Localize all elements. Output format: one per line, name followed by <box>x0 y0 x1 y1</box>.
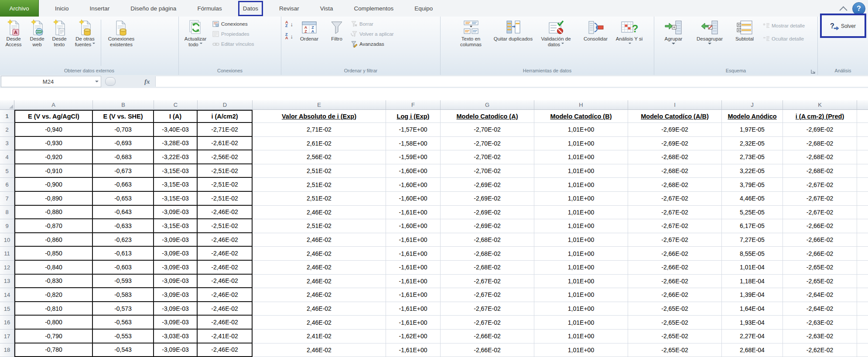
cell-F14[interactable]: -1,61E+00 <box>386 288 441 302</box>
cell-E7[interactable]: 2,51E-02 <box>253 192 386 206</box>
cell-H12[interactable]: 1,01E+00 <box>534 261 628 275</box>
cell-K7[interactable]: -2,67E-02 <box>783 192 857 206</box>
cell-K9[interactable]: -2,66E-02 <box>783 219 857 233</box>
column-header-F[interactable]: F <box>386 100 441 110</box>
column-header-B[interactable]: B <box>93 100 154 110</box>
cell-D11[interactable]: -2,46E-02 <box>198 247 253 261</box>
cell-C6[interactable]: -3,15E-03 <box>154 178 198 192</box>
cell-B17[interactable]: -0,553 <box>93 330 154 343</box>
cell-D14[interactable]: -2,46E-02 <box>198 288 253 302</box>
cell-H14[interactable]: 1,01E+00 <box>534 288 628 302</box>
cell-A8[interactable]: -0,880 <box>14 206 93 220</box>
cell-C13[interactable]: -3,09E-03 <box>154 275 198 289</box>
cell-K12[interactable]: -2,65E-02 <box>783 261 857 275</box>
cell-G16[interactable]: -2,67E-02 <box>441 316 534 330</box>
column-header-partial[interactable] <box>857 100 868 110</box>
cell-H11[interactable]: 1,01E+00 <box>534 247 628 261</box>
cell-I16[interactable]: -2,65E-02 <box>628 316 722 330</box>
select-all-corner[interactable] <box>0 100 14 110</box>
cell-A18[interactable]: -0,780 <box>14 343 93 357</box>
cell-I7[interactable]: -2,67E-02 <box>628 192 722 206</box>
row-header-10[interactable]: 10 <box>0 233 14 247</box>
cell-J2[interactable]: 1,97E-05 <box>722 123 783 137</box>
cell-empty[interactable] <box>857 123 868 137</box>
cell-J13[interactable]: 1,18E-04 <box>722 275 783 289</box>
cell-E13[interactable]: 2,46E-02 <box>253 275 386 289</box>
conexiones-button[interactable]: Conexiones <box>211 20 255 28</box>
cell-D13[interactable]: -2,46E-02 <box>198 275 253 289</box>
cell-D1[interactable]: i (A/cm2) <box>198 110 253 123</box>
cell-F17[interactable]: -1,62E+00 <box>386 330 441 343</box>
cell-C5[interactable]: -3,15E-03 <box>154 164 198 178</box>
cell-D9[interactable]: -2,51E-02 <box>198 219 253 233</box>
cell-J10[interactable]: 7,27E-05 <box>722 233 783 247</box>
insert-function-splitter[interactable] <box>105 77 116 86</box>
cell-E9[interactable]: 2,51E-02 <box>253 219 386 233</box>
cell-D12[interactable]: -2,46E-02 <box>198 261 253 275</box>
cell-G17[interactable]: -2,66E-02 <box>441 330 534 343</box>
cell-B10[interactable]: -0,623 <box>93 233 154 247</box>
cell-I18[interactable]: -2,65E-02 <box>628 343 722 357</box>
cell-G12[interactable]: -2,68E-02 <box>441 261 534 275</box>
row-header-17[interactable]: 17 <box>0 330 14 343</box>
filtro-button[interactable]: Filtro <box>324 18 349 43</box>
ocultar-detalle-button[interactable]: Ocultar detalle <box>762 34 806 43</box>
cell-C2[interactable]: -3,40E-03 <box>154 123 198 137</box>
cell-H5[interactable]: 1,01E+00 <box>534 164 628 178</box>
cell-K2[interactable]: -2,69E-02 <box>783 123 857 137</box>
cell-E8[interactable]: 2,46E-02 <box>253 206 386 220</box>
collapse-ribbon-icon[interactable] <box>839 6 847 14</box>
row-header-4[interactable]: 4 <box>0 150 14 164</box>
cell-H2[interactable]: 1,01E+00 <box>534 123 628 137</box>
cell-A1[interactable]: E (V vs. Ag/AgCl) <box>14 110 93 123</box>
cell-D8[interactable]: -2,46E-02 <box>198 206 253 220</box>
column-header-D[interactable]: D <box>198 100 253 110</box>
cell-I4[interactable]: -2,68E-02 <box>628 150 722 164</box>
tab-insertar[interactable]: Insertar <box>85 1 115 16</box>
cell-C14[interactable]: -3,09E-03 <box>154 288 198 302</box>
tab-archivo[interactable]: Archivo <box>0 0 39 17</box>
row-header-5[interactable]: 5 <box>0 164 14 178</box>
row-header-18[interactable]: 18 <box>0 343 14 357</box>
cell-C18[interactable]: -3,09E-03 <box>154 343 198 357</box>
cell-I8[interactable]: -2,67E-02 <box>628 206 722 220</box>
cell-A6[interactable]: -0,900 <box>14 178 93 192</box>
analisis-y-si-button[interactable]: ? Análisis Y si <box>615 18 643 48</box>
cell-A2[interactable]: -0,940 <box>14 123 93 137</box>
cell-empty[interactable] <box>857 137 868 151</box>
cell-I3[interactable]: -2,69E-02 <box>628 137 722 151</box>
cell-C9[interactable]: -3,15E-03 <box>154 219 198 233</box>
cell-B9[interactable]: -0,633 <box>93 219 154 233</box>
cell-E15[interactable]: 2,46E-02 <box>253 302 386 316</box>
cell-B8[interactable]: -0,643 <box>93 206 154 220</box>
desde-access-button[interactable]: A Desde Access <box>1 18 26 48</box>
cell-D6[interactable]: -2,51E-02 <box>198 178 253 192</box>
cell-K15[interactable]: -2,64E-02 <box>783 302 857 316</box>
agrupar-button[interactable]: Agrupar <box>659 18 688 47</box>
cell-B14[interactable]: -0,583 <box>93 288 154 302</box>
cell-K16[interactable]: -2,63E-02 <box>783 316 857 330</box>
cell-E5[interactable]: 2,51E-02 <box>253 164 386 178</box>
tab-equipo[interactable]: Equipo <box>410 1 437 16</box>
cell-empty[interactable] <box>857 288 868 302</box>
cell-A5[interactable]: -0,910 <box>14 164 93 178</box>
cell-J5[interactable]: 3,22E-05 <box>722 164 783 178</box>
cell-B16[interactable]: -0,563 <box>93 316 154 330</box>
cell-I9[interactable]: -2,67E-02 <box>628 219 722 233</box>
cell-empty[interactable] <box>857 316 868 330</box>
cell-I6[interactable]: -2,68E-02 <box>628 178 722 192</box>
cell-B4[interactable]: -0,683 <box>93 150 154 164</box>
cell-J18[interactable]: 2,68E-04 <box>722 343 783 357</box>
cell-A11[interactable]: -0,850 <box>14 247 93 261</box>
cell-J12[interactable]: 1,01E-04 <box>722 261 783 275</box>
formula-input[interactable] <box>155 76 868 87</box>
cell-J8[interactable]: 5,25E-05 <box>722 206 783 220</box>
cell-G9[interactable]: -2,69E-02 <box>441 219 534 233</box>
cell-F16[interactable]: -1,61E+00 <box>386 316 441 330</box>
cell-B1[interactable]: E (V vs. SHE) <box>93 110 154 123</box>
cell-F4[interactable]: -1,59E+00 <box>386 150 441 164</box>
cell-H6[interactable]: 1,01E+00 <box>534 178 628 192</box>
cell-G1[interactable]: Modelo Catodíco (A) <box>441 110 534 123</box>
cell-empty[interactable] <box>857 233 868 247</box>
propiedades-button[interactable]: Propiedades <box>211 30 255 38</box>
